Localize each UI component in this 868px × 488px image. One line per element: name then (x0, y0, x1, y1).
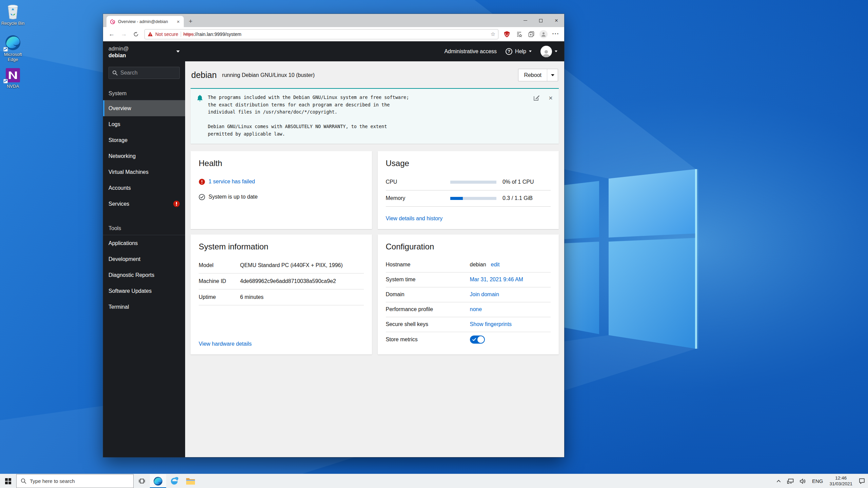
taskbar-internet-explorer-button[interactable] (166, 474, 182, 488)
desktop-icon-nvda[interactable]: NVDA (0, 65, 27, 89)
address-bar[interactable]: Not secure https://rain.lan:9999/system … (144, 29, 498, 39)
join-domain-link[interactable]: Join domain (470, 291, 499, 298)
sidebar-item-accounts[interactable]: Accounts (103, 180, 185, 196)
desktop-icon-label: Microsoft Edge (0, 52, 27, 62)
url-text[interactable]: https://rain.lan:9999/system (183, 32, 241, 37)
taskbar-search[interactable]: Type here to search (16, 474, 134, 488)
collections-icon[interactable] (526, 29, 536, 39)
tab-title: Overview - admin@debian (118, 19, 173, 24)
window-minimize-button[interactable] (517, 14, 533, 27)
sidebar-section-system: System Overview Logs Storage Networking … (103, 88, 185, 212)
view-hardware-details-link[interactable]: View hardware details (199, 341, 252, 347)
cpu-label: CPU (386, 179, 451, 185)
file-explorer-icon (186, 477, 195, 485)
memory-progress-bar (450, 197, 496, 200)
view-details-history-link[interactable]: View details and history (386, 216, 443, 221)
uptime-row: Uptime 6 minutes (199, 289, 364, 305)
system-time-link[interactable]: Mar 31, 2021 9:46 AM (470, 277, 523, 283)
back-button[interactable]: ← (106, 29, 117, 39)
url-separator (181, 32, 181, 37)
desktop-icon-recycle-bin[interactable]: Recycle Bin (0, 2, 27, 26)
edit-banner-icon[interactable] (533, 95, 540, 101)
sidebar-item-diagnostic-reports[interactable]: Diagnostic Reports (103, 267, 185, 283)
desktop-icon-microsoft-edge[interactable]: Microsoft Edge (0, 33, 27, 62)
window-maximize-button[interactable] (533, 14, 549, 27)
sidebar-item-services[interactable]: Services (103, 196, 185, 212)
card-title: Usage (386, 159, 551, 168)
task-view-button[interactable] (134, 474, 150, 488)
card-title: Health (199, 159, 364, 168)
services-alert-badge (173, 201, 180, 207)
model-row: Model QEMU Standard PC (i440FX + PIIX, 1… (199, 258, 364, 273)
domain-row: Domain Join domain (386, 287, 551, 302)
recycle-bin-icon (0, 2, 27, 20)
browser-tab[interactable]: Overview - admin@debian × (106, 16, 184, 27)
internet-explorer-icon (170, 476, 179, 486)
close-banner-icon[interactable]: × (549, 95, 553, 101)
show-fingerprints-link[interactable]: Show fingerprints (470, 321, 512, 327)
window-controls: × (517, 14, 564, 27)
hostname-value: debian (470, 262, 486, 268)
failed-service-link[interactable]: 1 service has failed (209, 179, 255, 185)
administrative-access-button[interactable]: Administrative access (444, 48, 497, 55)
add-favorite-icon[interactable]: ☆ (491, 31, 495, 37)
chevron-down-icon (529, 50, 532, 52)
action-center-icon[interactable] (856, 474, 868, 488)
sidebar-item-overview[interactable]: Overview (103, 100, 185, 116)
favorites-icon[interactable] (514, 29, 524, 39)
cockpit-app: admin@ debian System Overview Logs (103, 41, 564, 457)
reboot-menu-toggle[interactable] (547, 69, 558, 81)
sidebar-item-storage[interactable]: Storage (103, 132, 185, 148)
health-card: Health 1 service has failed (191, 151, 372, 229)
sidebar-item-virtual-machines[interactable]: Virtual Machines (103, 164, 185, 180)
reboot-button[interactable]: Reboot (518, 69, 547, 81)
new-tab-button[interactable]: + (186, 17, 195, 26)
reboot-split-button: Reboot (518, 69, 558, 81)
tray-network-icon[interactable] (784, 474, 797, 488)
tray-chevron-up-icon[interactable] (773, 474, 784, 488)
memory-value: 0.3 / 1.1 GiB (496, 195, 551, 201)
search-icon (112, 70, 118, 76)
sidebar-item-logs[interactable]: Logs (103, 116, 185, 132)
sidebar-search[interactable] (108, 67, 180, 79)
tab-close-icon[interactable]: × (175, 19, 181, 24)
browser-menu-icon[interactable]: ··· (551, 29, 561, 39)
taskbar-search-placeholder: Type here to search (30, 478, 75, 484)
tray-clock[interactable]: 12:46 31/03/2021 (826, 475, 856, 487)
store-metrics-toggle[interactable] (470, 336, 485, 344)
edit-hostname-link[interactable]: edit (491, 262, 500, 268)
tray-language-indicator[interactable]: ENG (809, 474, 826, 488)
tray-volume-icon[interactable] (797, 474, 809, 488)
performance-profile-link[interactable]: none (470, 306, 482, 312)
host-switcher[interactable]: admin@ debian (103, 41, 185, 62)
refresh-button[interactable] (131, 29, 141, 39)
sidebar-item-development[interactable]: Development (103, 251, 185, 267)
browser-toolbar: ← → Not secure https://rain.lan:9999/sys… (103, 27, 564, 41)
ssh-keys-row: Secure shell keys Show fingerprints (386, 317, 551, 332)
motd-banner: The programs included with the Debian GN… (191, 88, 559, 144)
chevron-down-icon (176, 50, 180, 53)
user-avatar (540, 46, 552, 57)
system-time-row: System time Mar 31, 2021 9:46 AM (386, 272, 551, 287)
sidebar-item-networking[interactable]: Networking (103, 148, 185, 164)
taskbar-file-explorer-button[interactable] (182, 474, 199, 488)
sidebar-item-software-updates[interactable]: Software Updates (103, 283, 185, 299)
forward-button[interactable]: → (119, 29, 129, 39)
search-input[interactable] (120, 70, 171, 76)
search-icon (21, 478, 26, 484)
taskbar-edge-button[interactable] (150, 474, 166, 488)
not-secure-label[interactable]: Not secure (155, 32, 178, 37)
hostname-row: Hostname debian edit (386, 258, 551, 272)
start-button[interactable] (0, 474, 16, 488)
browser-profile-avatar[interactable] (538, 29, 549, 39)
page-title: debian (191, 70, 217, 80)
window-close-button[interactable]: × (549, 14, 564, 27)
session-menu[interactable] (540, 46, 557, 57)
system-information-card: System information Model QEMU Standard P… (191, 235, 372, 354)
memory-usage-row: Memory 0.3 / 1.1 GiB (386, 190, 551, 207)
debian-favicon (110, 19, 115, 24)
sidebar-item-terminal[interactable]: Terminal (103, 299, 185, 315)
ublock-extension-icon[interactable] (502, 29, 512, 39)
help-menu[interactable]: ? Help (506, 48, 532, 55)
sidebar-item-applications[interactable]: Applications (103, 235, 185, 251)
